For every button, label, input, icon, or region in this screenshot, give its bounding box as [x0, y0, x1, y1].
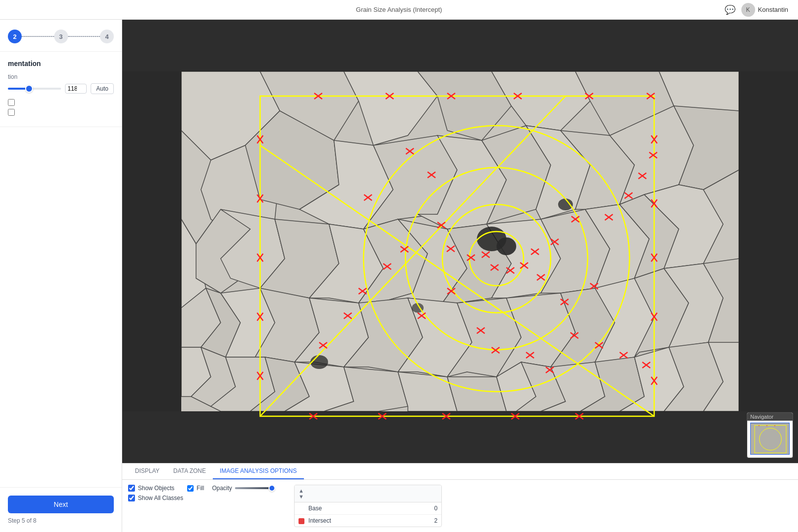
- username: Konstantin: [758, 6, 788, 13]
- show-all-classes-checkbox[interactable]: [128, 495, 135, 501]
- panel-section: mentation tion Auto: [0, 52, 122, 127]
- navigator-title: Navigator: [747, 413, 793, 421]
- navigator: Navigator: [747, 412, 793, 458]
- row-intersect-name: Intersect: [304, 515, 412, 527]
- svg-point-67: [310, 355, 328, 369]
- user-info: K Konstantin: [741, 3, 788, 17]
- bottom-controls: Show Objects Fill Opacity: [128, 485, 274, 527]
- left-panel: 2 3 4 mentation tion Auto: [0, 20, 122, 532]
- checkbox-1[interactable]: [8, 99, 15, 106]
- tab-display[interactable]: DISPLAY: [128, 464, 166, 479]
- next-btn-container: Next Step 5 of 8: [0, 487, 122, 532]
- microscope-image: [122, 20, 798, 463]
- sort-icons[interactable]: ▲ ▼: [295, 485, 304, 502]
- show-objects-row: Show Objects: [128, 485, 174, 492]
- show-objects-label: Show Objects: [138, 485, 174, 492]
- avatar: K: [741, 3, 755, 17]
- table-row-base: Base 0: [295, 502, 441, 515]
- step-line-2: [68, 36, 100, 37]
- svg-point-64: [497, 237, 516, 255]
- param-label: tion: [8, 73, 114, 80]
- value-col-header: [412, 485, 441, 502]
- opacity-label: Opacity: [212, 485, 232, 492]
- sort-asc-icon: ▲: [299, 488, 304, 494]
- fill-row: Fill: [187, 485, 204, 492]
- svg-point-65: [558, 199, 573, 210]
- checkbox-2[interactable]: [8, 109, 15, 116]
- name-col-header: [304, 485, 412, 502]
- row-base-name: Base: [304, 502, 412, 514]
- step-2[interactable]: 2: [8, 30, 22, 43]
- opacity-thumb[interactable]: [268, 485, 275, 492]
- data-table: ▲ ▼ Base 0: [294, 485, 442, 527]
- table-header: ▲ ▼: [295, 485, 441, 502]
- data-table-container: ▲ ▼ Base 0: [294, 485, 442, 527]
- slider-row: Auto: [8, 83, 114, 94]
- section-title: mentation: [8, 60, 114, 67]
- show-objects-checkbox[interactable]: [128, 485, 135, 492]
- fill-checkbox[interactable]: [187, 485, 194, 492]
- row-base-value: 0: [412, 502, 441, 514]
- checkbox-row-2: [8, 109, 114, 116]
- next-button[interactable]: Next: [8, 496, 114, 513]
- slider-value-input[interactable]: [65, 84, 87, 94]
- row-intersect-color: [295, 515, 304, 527]
- table-row-intersect: Intersect 2: [295, 515, 441, 527]
- controls-row-1: Show Objects Fill Opacity: [128, 485, 274, 492]
- checkbox-row-1: [8, 99, 114, 106]
- topbar-right: 💬 K Konstantin: [725, 3, 788, 17]
- navigator-thumbnail[interactable]: [750, 423, 790, 455]
- tab-data-zone[interactable]: DATA ZONE: [166, 464, 213, 479]
- chat-icon[interactable]: 💬: [725, 4, 735, 15]
- topbar: Grain Size Analysis (Intercept) 💬 K Kons…: [0, 0, 798, 20]
- intersect-color-swatch: [299, 518, 304, 524]
- auto-button[interactable]: Auto: [91, 83, 114, 94]
- bottom-tabs: DISPLAY DATA ZONE IMAGE ANALYSIS OPTIONS: [122, 464, 798, 480]
- row-intersect-value: 2: [412, 515, 441, 527]
- app-title: Grain Size Analysis (Intercept): [356, 6, 442, 13]
- bottom-tab-content: Show Objects Fill Opacity: [122, 480, 798, 532]
- svg-marker-55: [447, 377, 506, 411]
- row-base-icon: [295, 502, 304, 514]
- opacity-slider[interactable]: [235, 487, 274, 489]
- step-3[interactable]: 3: [54, 30, 68, 43]
- tab-image-analysis[interactable]: IMAGE ANALYSIS OPTIONS: [213, 464, 304, 479]
- right-area: Navigator: [122, 20, 798, 532]
- slider-track[interactable]: [8, 88, 61, 90]
- step-4[interactable]: 4: [100, 30, 114, 43]
- step-indicator: 2 3 4: [0, 20, 122, 52]
- step-line-1: [22, 36, 54, 37]
- image-area[interactable]: Navigator: [122, 20, 798, 463]
- show-all-classes-row: Show All Classes: [128, 495, 274, 501]
- show-all-classes-label: Show All Classes: [138, 495, 183, 501]
- main-layout: 2 3 4 mentation tion Auto: [0, 20, 798, 532]
- slider-thumb[interactable]: [25, 85, 33, 93]
- fill-label: Fill: [197, 485, 204, 492]
- panel-spacer: [0, 127, 122, 487]
- opacity-row: Opacity: [212, 485, 274, 492]
- bottom-panel: DISPLAY DATA ZONE IMAGE ANALYSIS OPTIONS…: [122, 463, 798, 532]
- sort-desc-icon: ▼: [299, 494, 304, 499]
- step-text: Step 5 of 8: [8, 517, 114, 524]
